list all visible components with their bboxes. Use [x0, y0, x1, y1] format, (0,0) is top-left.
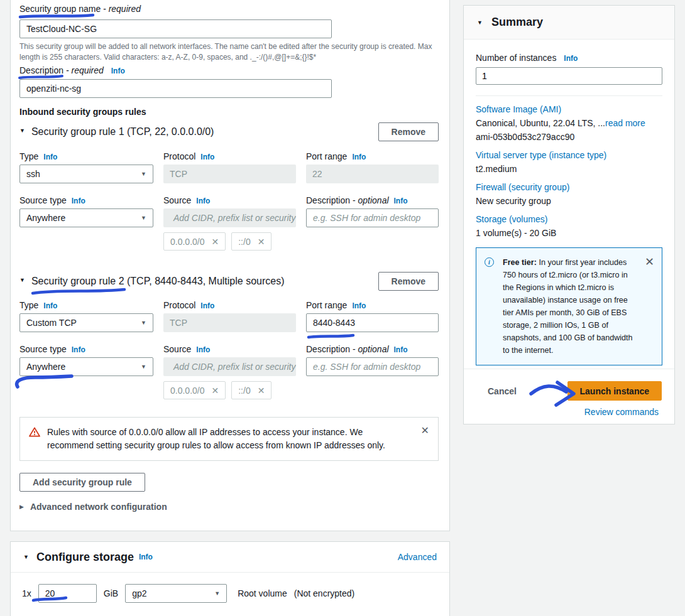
type-select-value: Custom TCP	[26, 318, 77, 328]
remove-chip-icon[interactable]: ✕	[212, 386, 219, 396]
rule1-type-select[interactable]: ssh ▼	[19, 165, 153, 183]
source-placeholder: Add CIDR, prefix list or security	[173, 213, 296, 223]
info-link[interactable]: Info	[43, 153, 57, 161]
summary-body: Number of instances Info Software Image …	[464, 40, 674, 365]
instances-label: Number of instances	[476, 53, 556, 63]
chevron-down-icon: ▼	[141, 215, 146, 221]
rule2-title: Security group rule 2 (TCP, 8440-8443, M…	[31, 276, 285, 287]
rule2-port-input[interactable]	[306, 313, 439, 332]
info-link[interactable]: Info	[196, 345, 210, 354]
chevron-down-icon: ▼	[141, 320, 146, 326]
source-label: Source	[163, 195, 191, 205]
read-more-link[interactable]: read more	[605, 118, 645, 128]
volumes-link[interactable]: Storage (volumes)	[476, 214, 547, 224]
advanced-network-label: Advanced network configuration	[30, 502, 167, 512]
triangle-down-icon[interactable]: ▼	[19, 277, 25, 283]
info-link[interactable]: Info	[394, 345, 408, 354]
summary-title: Summary	[491, 16, 543, 29]
inbound-rules-heading: Inbound security groups rules	[19, 107, 146, 117]
info-link[interactable]: Info	[139, 553, 153, 561]
ami-description-text: Canonical, Ubuntu, 22.04 LTS, ...	[476, 118, 605, 128]
instance-type-link[interactable]: Virtual server type (instance type)	[476, 150, 606, 160]
rule2-protocol-field: ProtocolInfo TCP	[163, 300, 296, 332]
rule1-port-value: 22	[306, 165, 439, 183]
info-link[interactable]: Info	[394, 197, 408, 205]
rule2-description-input[interactable]	[306, 357, 439, 376]
rule1-header: ▼ Security group rule 1 (TCP, 22, 0.0.0.…	[19, 122, 439, 141]
info-link[interactable]: Info	[111, 67, 125, 75]
rule1-remove-button[interactable]: Remove	[378, 122, 439, 141]
info-link[interactable]: Info	[72, 197, 85, 205]
source-chip: 0.0.0.0/0 ✕	[163, 381, 226, 399]
remove-chip-icon[interactable]: ✕	[258, 386, 265, 396]
info-link[interactable]: Info	[352, 153, 366, 161]
configure-storage-panel: ▼ Configure storage Info Advanced 1x GiB…	[10, 541, 450, 616]
remove-chip-icon[interactable]: ✕	[258, 237, 265, 247]
description-label: Description - required Info	[19, 65, 125, 75]
close-icon[interactable]: ✕	[421, 426, 429, 436]
rule1-source-chips: 0.0.0.0/0 ✕ ::/0 ✕	[163, 232, 296, 251]
rule2-row1: TypeInfo Custom TCP ▼ ProtocolInfo TCP P…	[19, 300, 439, 332]
rule1-description-input[interactable]	[306, 208, 439, 227]
sg-name-input[interactable]	[19, 19, 332, 38]
type-label: Type	[19, 151, 38, 161]
storage-volume-row: 1x GiB gp2 ▼ Root volume (Not encrypted)	[22, 584, 354, 603]
sg-name-help: This security group will be added to all…	[19, 41, 437, 63]
network-settings-panel: Security group name - required This secu…	[10, 0, 450, 531]
chip-label: ::/0	[238, 237, 250, 247]
triangle-down-icon[interactable]: ▼	[477, 19, 483, 26]
remove-chip-icon[interactable]: ✕	[212, 237, 219, 247]
volume-size-input[interactable]	[38, 584, 97, 603]
rule1-description-field: Description - optionalInfo	[306, 195, 439, 251]
storage-title: Configure storage	[36, 551, 134, 564]
rule2-remove-button[interactable]: Remove	[378, 272, 439, 291]
info-link[interactable]: Info	[43, 301, 57, 310]
optional-suffix: optional	[358, 195, 388, 205]
volume-type-select[interactable]: gp2 ▼	[125, 584, 227, 603]
rule2-source-type-select[interactable]: Anywhere ▼	[19, 357, 153, 376]
info-link[interactable]: Info	[72, 345, 85, 354]
free-tier-callout: i Free tier: In your first year includes…	[476, 247, 662, 365]
summary-footer: Cancel Launch instance Review commands	[464, 369, 674, 424]
port-range-label: Port range	[306, 300, 347, 310]
info-link[interactable]: Info	[352, 301, 366, 310]
instances-label-row: Number of instances Info	[476, 53, 662, 63]
rule1-type-field: TypeInfo ssh ▼	[19, 151, 153, 183]
optional-suffix: optional	[358, 344, 388, 354]
volume-type-value: gp2	[132, 588, 146, 598]
rule2-port-field: Port rangeInfo	[306, 300, 439, 332]
review-commands-link[interactable]: Review commands	[584, 407, 659, 417]
source-type-label: Source type	[19, 344, 67, 354]
description-input[interactable]	[19, 79, 332, 98]
type-select-value: ssh	[26, 169, 40, 179]
rule1-source-type-select[interactable]: Anywhere ▼	[19, 208, 153, 227]
storage-header: ▼ Configure storage Info Advanced	[11, 542, 449, 573]
instances-input[interactable]	[476, 67, 662, 85]
info-link[interactable]: Info	[200, 301, 214, 310]
rule2-description-field: Description - optionalInfo	[306, 344, 439, 399]
triangle-down-icon[interactable]: ▼	[19, 127, 25, 134]
storage-advanced-link[interactable]: Advanced	[398, 552, 437, 562]
warning-text: Rules with source of 0.0.0.0/0 allow all…	[47, 426, 414, 452]
triangle-down-icon[interactable]: ▼	[23, 554, 29, 560]
info-link[interactable]: Info	[200, 153, 214, 161]
add-rule-button[interactable]: Add security group rule	[19, 473, 145, 492]
advanced-network-toggle[interactable]: ▶ Advanced network configuration	[19, 502, 167, 512]
sg-name-label: Security group name - required	[19, 4, 141, 14]
rule2-source-type-field: Source typeInfo Anywhere ▼	[19, 344, 153, 399]
close-icon[interactable]: ✕	[645, 256, 654, 267]
rule2-source-input[interactable]: Add CIDR, prefix list or security	[163, 357, 296, 376]
rule2-type-select[interactable]: Custom TCP ▼	[19, 313, 153, 332]
cancel-button[interactable]: Cancel	[488, 386, 517, 396]
firewall-link[interactable]: Firewall (security group)	[476, 182, 569, 192]
open-cidr-warning: Rules with source of 0.0.0.0/0 allow all…	[19, 417, 439, 461]
info-link[interactable]: Info	[564, 54, 578, 63]
sg-name-label-text: Security group name	[19, 4, 101, 14]
chip-label: 0.0.0.0/0	[170, 386, 205, 396]
info-link[interactable]: Info	[196, 197, 210, 205]
launch-instance-button[interactable]: Launch instance	[567, 381, 662, 401]
ami-link[interactable]: Software Image (AMI)	[476, 104, 561, 114]
chevron-down-icon: ▼	[141, 171, 146, 177]
rule1-source-input[interactable]: Add CIDR, prefix list or security	[163, 208, 296, 227]
summary-header: ▼ Summary	[464, 6, 674, 40]
